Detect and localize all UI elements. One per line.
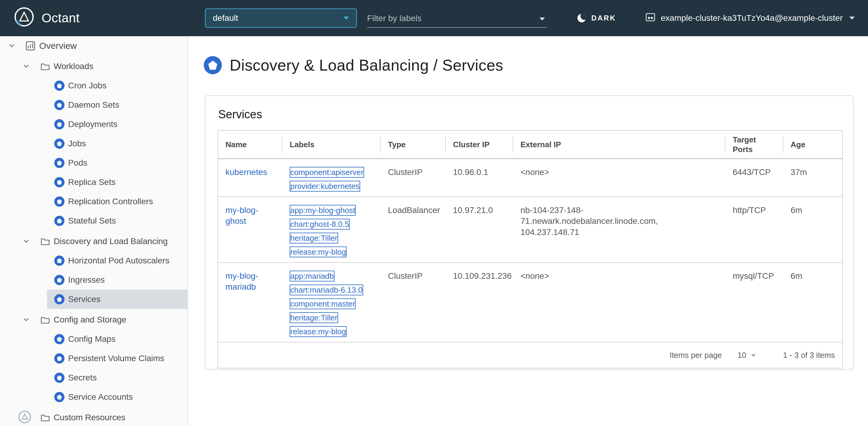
secrets-icon	[54, 373, 64, 383]
chevron-down-icon	[750, 352, 756, 358]
chevron-down-icon[interactable]	[8, 42, 15, 49]
sidebar-item-label: Replica Sets	[68, 177, 116, 187]
cell-type: ClusterIP	[381, 159, 446, 197]
cell-age: 6m	[783, 262, 842, 342]
app-title: Octant	[41, 11, 80, 25]
label-pill[interactable]: heritage:Tiller	[290, 233, 338, 244]
sidebar-group-label: Workloads	[54, 61, 93, 71]
service-link[interactable]: kubernetes	[225, 167, 267, 177]
replication-controllers-icon	[54, 196, 64, 207]
sidebar-item-label: Config Maps	[68, 334, 116, 344]
label-pill[interactable]: provider:kubernetes	[290, 181, 360, 192]
sidebar-item-deployments[interactable]: Deployments	[47, 115, 187, 134]
main-content: Discovery & Load Balancing / Services Se…	[189, 36, 868, 426]
chevron-down-icon[interactable]	[23, 316, 30, 323]
cell-cluster-ip: 10.97.21.0	[446, 197, 513, 262]
sidebar-item-label: Pods	[68, 158, 87, 168]
sidebar-group-discovery-and-load-balancing[interactable]: Discovery and Load Balancing	[0, 232, 187, 251]
sidebar-group-label: Discovery and Load Balancing	[54, 236, 167, 246]
sidebar-item-replication-controllers[interactable]: Replication Controllers	[47, 192, 187, 211]
sidebar-item-label: Secrets	[68, 373, 97, 382]
table-row: kubernetes component:apiserver provider:…	[218, 159, 842, 197]
daemon-sets-icon	[54, 100, 64, 110]
deployments-icon	[54, 119, 64, 130]
cluster-context-value: example-cluster-ka3TuTzYo4a@example-clus…	[661, 13, 843, 23]
label-pill[interactable]: release:my-blog	[290, 326, 347, 337]
sidebar-item-ingresses[interactable]: Ingresses	[47, 270, 187, 290]
label-pill[interactable]: chart:ghost-8.0.5	[290, 219, 350, 230]
persistent-volume-claims-icon	[54, 353, 64, 364]
pagination-range: 1 - 3 of 3 items	[783, 350, 835, 360]
chevron-down-icon	[849, 17, 855, 20]
sidebar-item-stateful-sets[interactable]: Stateful Sets	[47, 211, 187, 230]
table-row: my-blog-ghost app:my-blog-ghost chart:gh…	[218, 197, 842, 262]
sidebar-item-config-maps[interactable]: Config Maps	[47, 330, 187, 349]
sidebar-item-replica-sets[interactable]: Replica Sets	[47, 173, 187, 192]
octant-footer-logo-icon	[18, 410, 32, 426]
chevron-down-icon[interactable]	[23, 63, 30, 70]
sidebar-item-services[interactable]: Services	[47, 290, 187, 309]
sidebar-item-overview[interactable]: Overview	[0, 36, 187, 56]
label-pill[interactable]: app:mariadb	[290, 271, 335, 282]
horizontal-pod-autoscalers-icon	[54, 256, 64, 266]
sidebar-item-pods[interactable]: Pods	[47, 153, 187, 173]
sidebar-item-jobs[interactable]: Jobs	[47, 134, 187, 153]
sidebar-group-label: Custom Resources	[54, 413, 125, 422]
sidebar-item-label: Daemon Sets	[68, 100, 119, 110]
sidebar-item-persistent-volume-claims[interactable]: Persistent Volume Claims	[47, 349, 187, 368]
cell-labels: app:my-blog-ghost chart:ghost-8.0.5 heri…	[282, 197, 381, 262]
sidebar: Overview Workloads Cron Jobs Daemon Sets…	[0, 36, 188, 426]
label-pill[interactable]: release:my-blog	[290, 247, 347, 257]
config-maps-icon	[54, 334, 64, 344]
theme-toggle[interactable]: DARK	[578, 0, 616, 36]
column-header-labels: Labels	[282, 130, 381, 159]
sidebar-group-workloads[interactable]: Workloads	[0, 57, 187, 76]
column-header-target-ports: Target Ports	[725, 130, 783, 159]
service-link[interactable]: my-blog-ghost	[225, 205, 258, 226]
cell-type: ClusterIP	[381, 262, 446, 342]
sidebar-item-label: Jobs	[68, 139, 86, 148]
sidebar-item-label: Deployments	[68, 119, 117, 129]
sidebar-item-label: Overview	[39, 41, 77, 51]
ingresses-icon	[54, 275, 64, 285]
cell-age: 6m	[783, 197, 842, 262]
sidebar-item-horizontal-pod-autoscalers[interactable]: Horizontal Pod Autoscalers	[47, 251, 187, 270]
label-pill[interactable]: component:master	[290, 299, 355, 309]
page-size-select[interactable]: 10	[738, 350, 756, 360]
cell-target-ports: 6443/TCP	[725, 159, 783, 197]
brand: Octant	[13, 0, 80, 36]
cell-target-ports: http/TCP	[725, 197, 783, 262]
theme-toggle-label: DARK	[591, 14, 616, 22]
label-pill[interactable]: app:my-blog-ghost	[290, 205, 355, 216]
sidebar-item-cron-jobs[interactable]: Cron Jobs	[47, 76, 187, 95]
pods-icon	[54, 158, 64, 168]
namespace-select[interactable]: default	[205, 8, 357, 28]
label-pill[interactable]: component:apiserver	[290, 167, 364, 178]
label-pill[interactable]: heritage:Tiller	[290, 312, 338, 323]
cell-type: LoadBalancer	[381, 197, 446, 262]
page-title-block: Discovery & Load Balancing / Services	[204, 56, 868, 74]
sidebar-item-service-accounts[interactable]: Service Accounts	[47, 388, 187, 407]
cell-external-ip: <none>	[513, 262, 725, 342]
cell-name: my-blog-mariadb	[218, 262, 282, 342]
table-footer-row: Items per page 10 1 - 3 of 3 items	[218, 342, 842, 368]
chevron-down-icon[interactable]	[539, 18, 545, 21]
label-pill[interactable]: chart:mariadb-6.13.0	[290, 284, 363, 295]
sidebar-group-config-and-storage[interactable]: Config and Storage	[0, 310, 187, 330]
column-header-type: Type	[381, 130, 446, 159]
service-link[interactable]: my-blog-mariadb	[225, 271, 258, 291]
chevron-down-icon[interactable]	[23, 238, 30, 245]
cell-target-ports: mysql/TCP	[725, 262, 783, 342]
page-title: Discovery & Load Balancing / Services	[230, 56, 503, 74]
cluster-context-selector[interactable]: example-cluster-ka3TuTzYo4a@example-clus…	[646, 0, 855, 36]
sidebar-item-daemon-sets[interactable]: Daemon Sets	[47, 95, 187, 115]
folder-icon	[40, 237, 50, 246]
table-header-row: Name Labels Type Cluster IP External IP …	[218, 130, 842, 159]
folder-icon	[40, 316, 50, 324]
cell-cluster-ip: 10.96.0.1	[446, 159, 513, 197]
namespace-value: default	[213, 13, 238, 23]
items-per-page-label: Items per page	[670, 350, 722, 360]
label-filter-input[interactable]	[367, 10, 533, 27]
sidebar-item-label: Ingresses	[68, 275, 104, 285]
sidebar-item-secrets[interactable]: Secrets	[47, 368, 187, 388]
